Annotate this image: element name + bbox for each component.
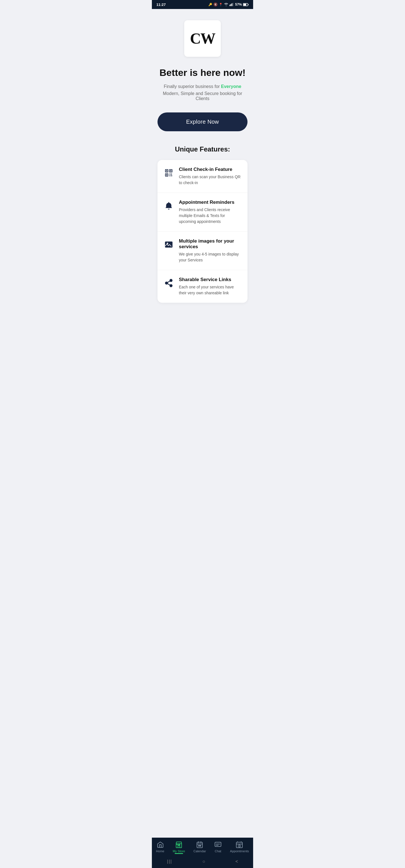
svg-rect-13 <box>170 174 170 175</box>
feature-content-reminders: Appointment Reminders Providers and Clie… <box>179 199 242 225</box>
appointments-icon <box>236 841 243 848</box>
hero-subtitle1: Finally superior business for Everyone <box>164 83 241 90</box>
main-content: CW Better is here now! Finally superior … <box>152 9 253 345</box>
nav-item-chat[interactable]: Chat <box>212 841 224 854</box>
feature-title-share: Sharable Service Links <box>179 277 242 282</box>
key-icon: 🔑 <box>208 3 212 6</box>
svg-rect-24 <box>197 842 202 848</box>
explore-now-button[interactable]: Explore Now <box>157 113 248 131</box>
logo-text: CW <box>190 31 215 46</box>
svg-line-22 <box>167 284 170 285</box>
mute-icon: 🔇 <box>213 3 218 6</box>
svg-rect-2 <box>231 3 232 6</box>
feature-content-share: Sharable Service Links Each one of your … <box>179 277 242 296</box>
feature-title-images: Multiple images for your services <box>179 238 242 250</box>
feature-content-checkin: Client Check-in Feature Clients can scan… <box>179 167 242 186</box>
feature-content-images: Multiple images for your services We giv… <box>179 238 242 263</box>
svg-rect-6 <box>243 4 246 5</box>
nav-label-chat: Chat <box>214 849 221 853</box>
sys-nav-back[interactable]: < <box>230 858 243 865</box>
sys-nav-home[interactable]: ○ <box>197 858 211 865</box>
store-icon <box>175 841 182 848</box>
feature-desc-checkin: Clients can scan your Business QR to che… <box>179 174 242 186</box>
svg-rect-16 <box>171 176 172 176</box>
features-title: Unique Features: <box>175 145 230 153</box>
svg-rect-5 <box>248 4 249 5</box>
feature-item-images: Multiple images for your services We giv… <box>157 231 248 270</box>
svg-rect-0 <box>230 5 230 6</box>
battery-icon <box>243 3 249 6</box>
hero-subtitle2: Modern, Simple and Secure booking for Cl… <box>157 91 248 101</box>
nav-item-mystore[interactable]: My Store <box>170 841 187 854</box>
image-icon <box>163 239 174 250</box>
feature-item-reminders: Appointment Reminders Providers and Clie… <box>157 193 248 231</box>
nav-item-home[interactable]: Home <box>154 841 167 854</box>
calendar-icon <box>196 841 203 848</box>
svg-rect-15 <box>170 176 170 176</box>
hero-subtitle1-highlight: Everyone <box>221 84 241 89</box>
feature-item-checkin: Client Check-in Feature Clients can scan… <box>157 160 248 193</box>
hero-title: Better is here now! <box>160 67 245 79</box>
app-logo: CW <box>184 20 221 57</box>
feature-desc-reminders: Providers and Clients receive multiple E… <box>179 207 242 225</box>
nav-label-appointments: Appointments <box>230 849 249 853</box>
status-time: 11:27 <box>156 3 166 7</box>
home-icon <box>157 841 164 848</box>
nav-item-appointments[interactable]: Appointments <box>228 841 251 854</box>
share-icon <box>163 277 174 289</box>
svg-rect-28 <box>199 845 199 846</box>
qr-code-icon <box>163 167 174 179</box>
nav-item-calendar[interactable]: Calendar <box>191 841 208 854</box>
svg-rect-30 <box>215 842 221 846</box>
features-list: Client Check-in Feature Clients can scan… <box>157 160 248 303</box>
status-icons: 🔑 🔇 📍 57% <box>208 3 249 6</box>
svg-rect-10 <box>170 170 171 172</box>
svg-rect-8 <box>166 170 167 172</box>
svg-rect-1 <box>231 4 231 6</box>
wifi-icon <box>224 3 228 6</box>
status-bar: 11:27 🔑 🔇 📍 57% <box>152 0 253 9</box>
svg-rect-14 <box>171 174 172 175</box>
active-indicator <box>175 853 183 854</box>
svg-rect-12 <box>166 175 167 176</box>
signal-icon <box>230 3 234 6</box>
feature-desc-images: We give you 4-5 images to display your S… <box>179 251 242 263</box>
svg-line-23 <box>167 281 170 282</box>
bottom-nav-wrapper: Home My Store Calendar <box>152 838 253 868</box>
chat-icon <box>214 841 222 848</box>
sys-nav-recents[interactable]: ||| <box>162 858 178 865</box>
nav-label-home: Home <box>156 849 164 853</box>
app-navigation: Home My Store Calendar <box>152 838 253 856</box>
system-nav: ||| ○ < <box>152 856 253 868</box>
svg-rect-3 <box>233 3 233 6</box>
nav-label-calendar: Calendar <box>194 849 206 853</box>
feature-item-share: Sharable Service Links Each one of your … <box>157 270 248 303</box>
feature-title-checkin: Client Check-in Feature <box>179 167 242 172</box>
nav-label-mystore: My Store <box>173 849 185 853</box>
battery-percent: 57% <box>235 3 242 6</box>
hero-subtitle1-plain: Finally superior business for <box>164 84 221 89</box>
feature-title-reminders: Appointment Reminders <box>179 199 242 205</box>
bell-icon <box>163 200 174 211</box>
svg-rect-29 <box>200 845 201 846</box>
feature-desc-share: Each one of your services have their ver… <box>179 284 242 296</box>
location-icon: 📍 <box>219 3 223 6</box>
